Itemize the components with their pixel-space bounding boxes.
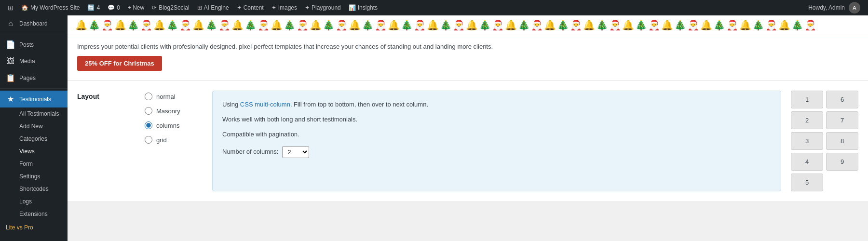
layout-radio-columns[interactable] [145,121,152,129]
col-btn-8[interactable]: 8 [826,132,858,150]
sidebar-item-pages[interactable]: 📋 Pages [0,69,68,86]
sidebar-item-lite-vs-pro[interactable]: Lite vs Pro [0,220,68,235]
sidebar-item-testimonials[interactable]: ★ Testimonials [0,91,68,107]
christmas-banner: 🔔🎄🎅🔔🎄🎅🔔🎄🎅🔔🎄🎅🔔🎄🎅🔔🎄🎅🔔🎄🎅🔔🎄🎅🔔🎄🎅🔔🎄🎅🔔🎄🎅🔔🎄🎅🔔🎄🎅🔔… [68,15,868,81]
playground-icon: ✦ [305,4,310,11]
wp-logo[interactable]: ⊞ [4,0,17,15]
col-btn-6[interactable]: 6 [826,91,858,108]
sidebar-item-media[interactable]: 🖼 Media [0,53,68,69]
sidebar-item-add-new[interactable]: Add New [0,120,68,133]
info-line-3: Compatible with pagination. [222,130,771,140]
banner-content: Impress your potential clients with prof… [68,35,868,80]
testimonials-icon: ★ [6,94,15,104]
layout-radio-normal[interactable] [145,93,152,100]
christmas-offer-button[interactable]: 25% OFF for Christmas [77,56,162,71]
layout-option-grid[interactable]: grid [145,136,203,144]
images-link[interactable]: ✦ Images [268,0,301,15]
user-info[interactable]: Howdy, Admin A [804,0,864,15]
admin-bar: ⊞ 🏠 My WordPress Site 🔄 4 💬 0 + New ⟳ Bl… [0,0,868,15]
layout-option-masonry[interactable]: Masonry [145,107,203,115]
comment-icon: 💬 [108,4,115,11]
sidebar-item-settings[interactable]: Settings [0,170,68,183]
pages-icon: 📋 [6,73,15,82]
layout-option-normal[interactable]: normal [145,93,203,100]
layout-info-box: Using CSS multi-column. Fill from top to… [212,91,781,191]
sidebar-item-views[interactable]: Views [0,145,68,158]
blog2social-link[interactable]: ⟳ Blog2Social [148,0,193,15]
sidebar-item-logs[interactable]: Logs [0,195,68,208]
num-columns-label: Number of columns: [222,147,278,157]
banner-description: Impress your potential clients with prof… [77,43,858,50]
updates-link[interactable]: 🔄 4 [83,0,104,15]
col-btn-4[interactable]: 4 [791,153,823,171]
dashboard-icon: ⌂ [6,19,15,28]
site-name-link[interactable]: 🏠 My WordPress Site [17,0,83,15]
menu-separator [0,34,68,34]
sidebar-item-extensions[interactable]: Extensions [0,208,68,220]
layout-radio-masonry[interactable] [145,107,152,115]
posts-icon: 📄 [6,40,15,49]
col-btn-2[interactable]: 2 [791,111,823,129]
layout-radio-grid[interactable] [145,136,152,144]
sidebar-item-posts[interactable]: 📄 Posts [0,36,68,53]
admin-sidebar: ⌂ Dashboard 📄 Posts 🖼 Media 📋 Pages ★ Te… [0,15,68,241]
layout-body: normal Masonry columns grid [145,91,858,191]
blog2social-icon: ⟳ [152,4,157,11]
col-btn-1[interactable]: 1 [791,91,823,108]
col-btn-7[interactable]: 7 [826,111,858,129]
sidebar-item-shortcodes[interactable]: Shortcodes [0,183,68,195]
layout-radio-group: normal Masonry columns grid [145,91,203,191]
wp-icon: ⊞ [8,4,14,12]
user-avatar: A [849,2,860,13]
media-icon: 🖼 [6,57,15,66]
updates-icon: 🔄 [87,4,95,11]
images-icon: ✦ [271,4,276,11]
num-columns-row: Number of columns: 1 2 3 4 5 6 [222,146,771,158]
new-content-button[interactable]: + New [124,0,148,15]
ai-engine-link[interactable]: ⊞ AI Engine [193,0,233,15]
playground-link[interactable]: ✦ Playground [301,0,345,15]
layout-option-columns[interactable]: columns [145,121,203,129]
content-icon: ✦ [237,4,242,11]
bell-strip: 🔔🎄🎅🔔🎄🎅🔔🎄🎅🔔🎄🎅🔔🎄🎅🔔🎄🎅🔔🎄🎅🔔🎄🎅🔔🎄🎅🔔🎄🎅🔔🎄🎅🔔🎄🎅🔔🎄🎅🔔… [68,15,868,35]
content-link[interactable]: ✦ Content [233,0,268,15]
col-btn-9[interactable]: 9 [826,153,858,171]
sidebar-item-form[interactable]: Form [0,158,68,170]
column-number-grid: 1 6 2 7 3 8 4 9 5 [791,91,858,191]
sidebar-item-dashboard[interactable]: ⌂ Dashboard [0,15,68,32]
sidebar-item-categories[interactable]: Categories [0,133,68,145]
menu-separator-2 [0,88,68,89]
info-line-2: Works well with both long and short test… [222,115,771,125]
insights-icon: 📊 [349,4,356,11]
num-columns-select[interactable]: 1 2 3 4 5 6 [282,146,309,158]
layout-section: Layout normal Masonry columns [68,81,868,201]
col-btn-5[interactable]: 5 [791,174,823,191]
main-content: 🔔🎄🎅🔔🎄🎅🔔🎄🎅🔔🎄🎅🔔🎄🎅🔔🎄🎅🔔🎄🎅🔔🎄🎅🔔🎄🎅🔔🎄🎅🔔🎄🎅🔔🎄🎅🔔🎄🎅🔔… [68,15,868,241]
layout-section-label: Layout [77,91,135,191]
insights-link[interactable]: 📊 Insights [345,0,381,15]
css-multi-column-link[interactable]: CSS multi-column [240,101,290,108]
comments-link[interactable]: 💬 0 [104,0,124,15]
info-line-1: Using CSS multi-column. Fill from top to… [222,100,771,110]
wp-site-icon: 🏠 [21,4,28,11]
ai-engine-icon: ⊞ [197,4,202,11]
col-btn-3[interactable]: 3 [791,132,823,150]
sidebar-item-all-testimonials[interactable]: All Testimonials [0,107,68,120]
